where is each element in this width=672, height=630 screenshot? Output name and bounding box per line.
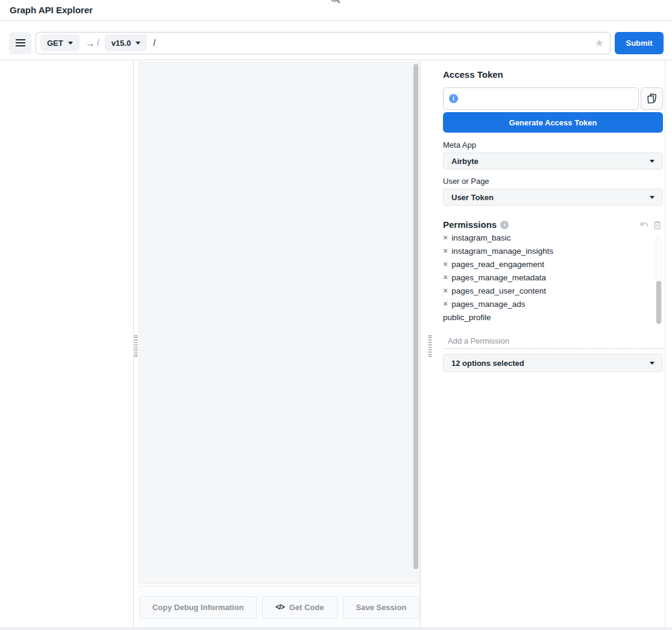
access-token-panel-content: Access Token i Generate Access Token M: [443, 60, 663, 628]
copy-token-button[interactable]: [641, 87, 663, 110]
permission-item: ×pages_read_engagement: [443, 257, 663, 271]
options-summary: 12 options selected: [451, 359, 524, 368]
version-slash: /: [97, 38, 99, 48]
panel-right-border: [665, 60, 665, 628]
method-dropdown[interactable]: GET: [40, 34, 80, 51]
permission-label: pages_manage_ads: [451, 300, 525, 309]
request-toolbar: GET → / v15.0 / ★ Submit: [0, 20, 672, 60]
submit-button[interactable]: Submit: [615, 32, 664, 54]
request-path-input[interactable]: /: [153, 38, 155, 48]
star-icon[interactable]: ★: [595, 38, 604, 48]
access-token-field[interactable]: i: [443, 87, 639, 110]
clear-permissions-button[interactable]: [653, 221, 661, 230]
access-token-panel: Access Token i Generate Access Token M: [434, 60, 672, 628]
get-code-button[interactable]: </> Get Code: [262, 596, 337, 619]
copy-icon: [646, 93, 658, 104]
permission-item: ×pages_manage_ads: [443, 297, 663, 310]
bottom-strip: [0, 628, 672, 630]
chevron-down-icon: [650, 362, 655, 365]
undo-icon: [639, 221, 648, 230]
version-label: v15.0: [111, 39, 131, 48]
access-token-input[interactable]: [462, 94, 633, 103]
remove-permission-icon[interactable]: ×: [443, 260, 448, 268]
search-icon[interactable]: [330, 0, 338, 2]
panel-resize-handle-right[interactable]: [429, 335, 432, 357]
response-scrollbar[interactable]: [413, 64, 418, 569]
page-header: Graph API Explorer: [0, 0, 672, 20]
trash-icon: [653, 221, 661, 230]
version-dropdown[interactable]: v15.0: [105, 34, 148, 51]
remove-permission-icon[interactable]: ×: [443, 247, 448, 255]
permissions-heading: Permissions: [443, 219, 497, 230]
permissions-header: Permissions i: [443, 219, 663, 232]
hamburger-icon: [16, 42, 25, 43]
permission-list-inner: ×instagram_basic×instagram_manage_insigh…: [443, 235, 663, 324]
user-or-page-value: User Token: [451, 193, 494, 202]
permission-label: instagram_basic: [451, 235, 510, 242]
meta-app-value: Airbyte: [451, 157, 479, 166]
chevron-down-icon: [650, 160, 655, 163]
search-icon-handle: [336, 0, 340, 4]
permission-scrollbar-thumb[interactable]: [656, 281, 661, 324]
response-viewer: [139, 62, 420, 584]
arrow-right-icon: →: [86, 38, 95, 48]
get-code-label: Get Code: [289, 603, 324, 612]
chevron-down-icon: [136, 42, 140, 45]
permission-list: ×instagram_basic×instagram_manage_insigh…: [443, 235, 663, 324]
user-or-page-label: User or Page: [443, 177, 489, 186]
meta-app-label: Meta App: [443, 140, 476, 150]
permission-label: instagram_manage_insights: [451, 247, 553, 256]
info-icon[interactable]: i: [500, 221, 509, 229]
permission-item: ×instagram_basic: [443, 235, 663, 244]
generate-access-token-button[interactable]: Generate Access Token: [443, 112, 663, 133]
permission-label: pages_read_user_content: [451, 286, 546, 295]
code-icon: </>: [275, 603, 284, 611]
permission-label: public_profile: [443, 313, 491, 322]
add-permission-input[interactable]: [443, 335, 663, 347]
graph-api-explorer-app: Graph API Explorer GET → / v15.0 / ★ Sub…: [0, 0, 672, 630]
remove-permission-icon[interactable]: ×: [443, 300, 448, 308]
access-token-heading: Access Token: [443, 69, 503, 80]
response-column: Copy Debug Information </> Get Code Save…: [139, 60, 421, 628]
copy-debug-label: Copy Debug Information: [152, 603, 244, 612]
method-label: GET: [47, 39, 63, 48]
permission-scrollbar-track[interactable]: [656, 236, 662, 324]
permissions-options-select[interactable]: 12 options selected: [443, 354, 663, 372]
user-or-page-select[interactable]: User Token: [443, 189, 663, 206]
copy-debug-button[interactable]: Copy Debug Information: [139, 596, 257, 619]
menu-button[interactable]: [9, 32, 31, 54]
permission-item: ×pages_manage_metadata: [443, 271, 663, 284]
permission-item: ×pages_read_user_content: [443, 284, 663, 297]
chevron-down-icon: [650, 196, 655, 199]
panel-resize-handle-left[interactable]: [134, 335, 137, 357]
chevron-down-icon: [68, 42, 73, 45]
undo-permissions-button[interactable]: [639, 221, 648, 230]
info-icon[interactable]: i: [449, 94, 458, 103]
remove-permission-icon[interactable]: ×: [443, 273, 448, 282]
permission-label: pages_manage_metadata: [451, 273, 546, 282]
meta-app-select[interactable]: Airbyte: [443, 153, 663, 169]
permission-item: ×instagram_manage_insights: [443, 244, 663, 257]
access-token-row: i: [443, 87, 663, 110]
main-area: Copy Debug Information </> Get Code Save…: [0, 60, 672, 628]
permission-item: public_profile: [443, 310, 663, 324]
remove-permission-icon[interactable]: ×: [443, 286, 448, 295]
session-action-bar: Copy Debug Information </> Get Code Save…: [139, 586, 420, 628]
remove-permission-icon[interactable]: ×: [443, 235, 448, 242]
field-tree-panel: [0, 60, 134, 628]
save-session-button[interactable]: Save Session: [343, 596, 420, 619]
save-session-label: Save Session: [356, 603, 407, 612]
permission-label: pages_read_engagement: [451, 260, 544, 269]
dashed-separator: [443, 348, 663, 349]
page-title: Graph API Explorer: [10, 5, 93, 15]
request-bar: GET → / v15.0 / ★: [36, 32, 611, 54]
